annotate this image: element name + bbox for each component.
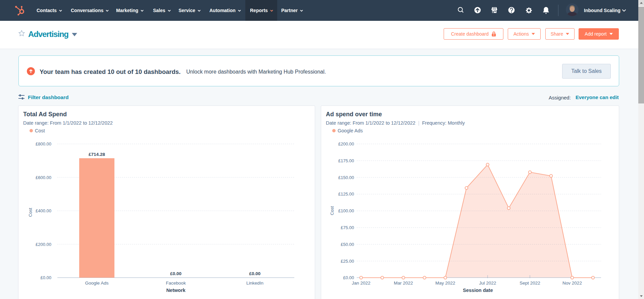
svg-text:Google Ads: Google Ads: [85, 281, 109, 286]
svg-text:£75.00: £75.00: [341, 225, 354, 230]
svg-text:£50.00: £50.00: [341, 242, 354, 247]
svg-text:£400.00: £400.00: [36, 208, 51, 213]
svg-text:Mar 2022: Mar 2022: [394, 281, 413, 286]
svg-text:£600.00: £600.00: [36, 175, 51, 180]
svg-text:£800.00: £800.00: [36, 141, 51, 146]
svg-text:Facebook: Facebook: [166, 281, 186, 286]
svg-text:Jan 2022: Jan 2022: [352, 281, 370, 286]
svg-text:Nov 2022: Nov 2022: [562, 281, 582, 286]
svg-text:£0.00: £0.00: [249, 271, 261, 276]
svg-text:£0.00: £0.00: [343, 275, 354, 280]
svg-text:Network: Network: [166, 288, 186, 293]
svg-text:£0.00: £0.00: [170, 271, 182, 276]
svg-text:May 2022: May 2022: [435, 281, 455, 286]
svg-text:£25.00: £25.00: [341, 259, 354, 264]
svg-text:Cost: Cost: [28, 208, 33, 217]
svg-text:£175.00: £175.00: [338, 158, 354, 163]
svg-text:Sept 2022: Sept 2022: [519, 281, 540, 286]
svg-text:£200.00: £200.00: [36, 242, 51, 247]
svg-text:£100.00: £100.00: [338, 208, 354, 213]
svg-text:Cost: Cost: [330, 206, 335, 215]
svg-text:£714.28: £714.28: [89, 152, 105, 157]
svg-text:Jul 2022: Jul 2022: [479, 281, 496, 286]
svg-text:£125.00: £125.00: [338, 191, 354, 197]
svg-text:LinkedIn: LinkedIn: [246, 281, 263, 286]
svg-text:£200.00: £200.00: [338, 141, 354, 146]
svg-text:£0.00: £0.00: [40, 275, 51, 280]
svg-text:Session date: Session date: [463, 288, 493, 293]
svg-text:£150.00: £150.00: [338, 175, 354, 180]
